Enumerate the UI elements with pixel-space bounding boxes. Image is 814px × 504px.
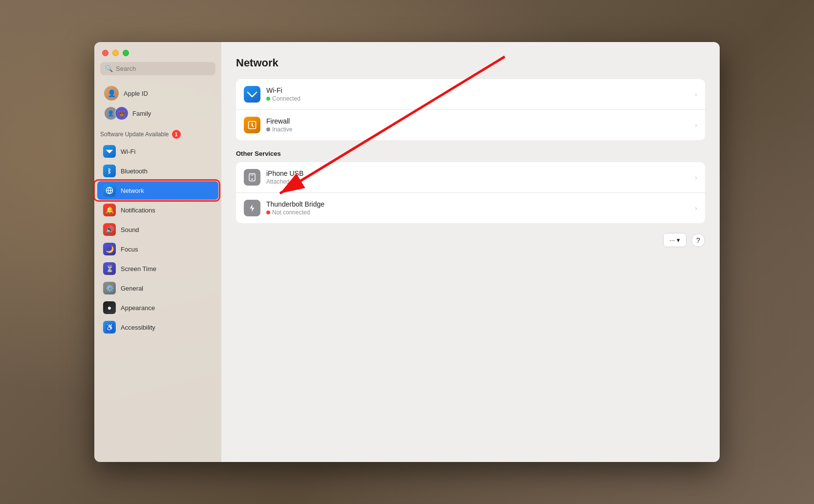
sidebar-item-label: Network	[121, 187, 144, 194]
sound-icon: 🔊	[103, 223, 116, 236]
titlebar	[94, 42, 221, 62]
iphoneusb-status-text: Attached	[266, 178, 289, 185]
sidebar-item-focus[interactable]: 🌙 Focus	[97, 240, 218, 258]
firewall-card-icon	[244, 117, 260, 133]
thunderbolt-status-text: Not connected	[272, 209, 310, 216]
sidebar-item-appearance[interactable]: ● Appearance	[97, 298, 218, 317]
maximize-button[interactable]	[123, 50, 129, 56]
general-icon: ⚙️	[103, 282, 116, 294]
wifi-row-title: Wi-Fi	[266, 86, 695, 94]
family-item[interactable]: 👤 🐻 Family	[100, 104, 215, 123]
sidebar-item-label: Accessibility	[121, 324, 155, 331]
iphoneusb-chevron-icon: ›	[695, 173, 697, 181]
wifi-row-subtitle: Connected	[266, 95, 695, 102]
search-bar[interactable]: 🔍	[100, 62, 215, 75]
sidebar-item-bluetooth[interactable]: ᛒ Bluetooth	[97, 162, 218, 180]
update-badge-count: 1	[172, 130, 181, 139]
wifi-card-icon	[244, 86, 260, 103]
sidebar-item-accessibility[interactable]: ♿ Accessibility	[97, 318, 218, 336]
sidebar-item-label: Notifications	[121, 207, 155, 214]
software-update-label: Software Update Available	[100, 131, 169, 138]
user-section: 👤 Apple ID 👤 🐻 Family	[94, 81, 221, 127]
software-update-item[interactable]: Software Update Available 1	[94, 127, 221, 142]
chevron-down-icon: ▾	[677, 236, 680, 244]
sidebar-item-general[interactable]: ⚙️ General	[97, 279, 218, 297]
thunderbolt-row-title: Thunderbolt Bridge	[266, 200, 695, 208]
more-options-button[interactable]: ··· ▾	[663, 233, 686, 247]
help-label: ?	[696, 236, 700, 244]
other-services-card: iPhone USB Attached › Thunderbolt B	[236, 162, 705, 223]
sidebar-item-wifi[interactable]: Wi-Fi	[97, 142, 218, 161]
notifications-icon: 🔔	[103, 204, 116, 216]
sidebar-item-label: Bluetooth	[121, 168, 148, 175]
iphoneusb-card-icon	[244, 169, 260, 186]
focus-icon: 🌙	[103, 243, 116, 255]
apple-id-item[interactable]: 👤 Apple ID	[100, 83, 215, 104]
svg-rect-6	[251, 175, 254, 175]
network-primary-card: Wi-Fi Connected ›	[236, 79, 705, 140]
iphoneusb-row-title: iPhone USB	[266, 169, 695, 177]
family-avatars: 👤 🐻	[104, 106, 129, 120]
svg-point-3	[251, 124, 253, 126]
apple-id-label: Apple ID	[124, 90, 148, 97]
firewall-row-title: Firewall	[266, 117, 695, 125]
wifi-status-dot	[266, 97, 270, 101]
iphoneusb-row-subtitle: Attached	[266, 178, 695, 185]
sidebar-item-sound[interactable]: 🔊 Sound	[97, 220, 218, 239]
close-button[interactable]	[102, 50, 108, 56]
main-content: Network Wi-Fi Conn	[221, 42, 720, 462]
firewall-row-text: Firewall Inactive	[266, 117, 695, 133]
iphoneusb-row-text: iPhone USB Attached	[266, 169, 695, 185]
sidebar-item-label: Sound	[121, 226, 139, 233]
family-label: Family	[132, 110, 151, 117]
firewall-row[interactable]: Firewall Inactive ›	[236, 110, 705, 140]
wifi-icon	[103, 145, 116, 158]
family-avatar-2: 🐻	[115, 106, 129, 120]
wifi-row-text: Wi-Fi Connected	[266, 86, 695, 102]
wifi-status-text: Connected	[272, 95, 300, 102]
firewall-status-dot	[266, 127, 270, 131]
wifi-chevron-icon: ›	[695, 90, 697, 98]
minimize-button[interactable]	[112, 50, 119, 56]
appearance-icon: ●	[103, 301, 116, 314]
thunderbolt-chevron-icon: ›	[695, 204, 697, 212]
thunderbolt-row-subtitle: Not connected	[266, 209, 695, 216]
search-icon: 🔍	[105, 65, 113, 72]
firewall-status-text: Inactive	[272, 126, 292, 133]
firewall-chevron-icon: ›	[695, 121, 697, 129]
sidebar-item-label: Screen Time	[121, 265, 156, 273]
sidebar-item-network[interactable]: Network	[97, 181, 218, 200]
firewall-row-subtitle: Inactive	[266, 126, 695, 133]
page-title: Network	[236, 57, 705, 69]
sidebar-item-label: General	[121, 285, 143, 292]
sidebar-item-label: Focus	[121, 246, 138, 253]
svg-marker-7	[250, 205, 255, 212]
avatar: 👤	[104, 86, 119, 101]
wifi-row[interactable]: Wi-Fi Connected ›	[236, 79, 705, 110]
thunderbolt-status-dot	[266, 210, 270, 214]
search-input[interactable]	[116, 65, 211, 72]
screentime-icon: ⏳	[103, 262, 116, 275]
sidebar-item-screentime[interactable]: ⏳ Screen Time	[97, 259, 218, 278]
other-services-title: Other Services	[236, 150, 705, 157]
more-options-label: ···	[669, 236, 675, 244]
network-icon	[103, 184, 116, 197]
bluetooth-icon: ᛒ	[103, 165, 116, 177]
accessibility-icon: ♿	[103, 321, 116, 334]
system-settings-window: 🔍 👤 Apple ID 👤 🐻 Family	[94, 42, 720, 462]
sidebar-item-notifications[interactable]: 🔔 Notifications	[97, 201, 218, 219]
thunderbolt-row-text: Thunderbolt Bridge Not connected	[266, 200, 695, 216]
bottom-toolbar: ··· ▾ ?	[236, 233, 705, 247]
iphoneusb-row[interactable]: iPhone USB Attached ›	[236, 162, 705, 193]
sidebar-item-label: Appearance	[121, 304, 155, 312]
thunderbolt-row[interactable]: Thunderbolt Bridge Not connected ›	[236, 193, 705, 223]
svg-point-5	[252, 178, 253, 180]
sidebar: 🔍 👤 Apple ID 👤 🐻 Family	[94, 42, 221, 462]
help-button[interactable]: ?	[691, 233, 705, 247]
sidebar-item-label: Wi-Fi	[121, 148, 135, 155]
thunderbolt-card-icon	[244, 200, 260, 216]
